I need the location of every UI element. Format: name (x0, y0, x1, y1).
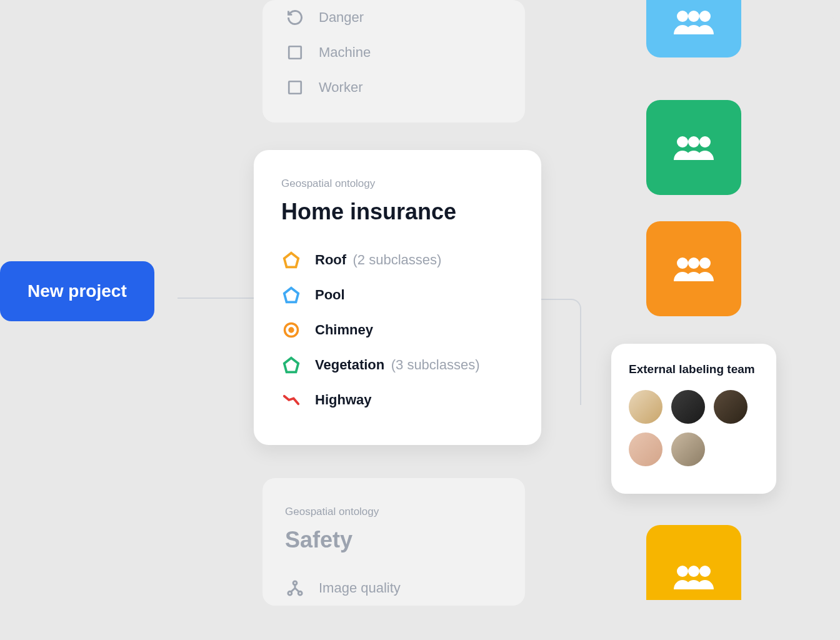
svg-point-12 (699, 11, 711, 22)
class-item[interactable]: Roof (2 subclasses) (281, 242, 514, 278)
svg-point-17 (688, 258, 699, 269)
avatar[interactable] (714, 390, 748, 424)
pentagon-icon (281, 250, 301, 270)
people-icon (669, 561, 719, 592)
new-project-label: New project (28, 281, 127, 301)
connector-line (178, 298, 254, 299)
avatar[interactable] (671, 390, 705, 424)
class-item[interactable]: Danger (285, 0, 502, 35)
svg-marker-2 (284, 253, 299, 268)
class-item[interactable]: Image quality (285, 571, 502, 606)
checkbox-icon (285, 42, 305, 62)
svg-point-7 (293, 581, 297, 585)
circle-dot-icon (281, 320, 301, 340)
class-label: Worker (319, 79, 363, 96)
cycle-icon (285, 8, 305, 28)
class-label: Pool (315, 287, 345, 303)
ontology-card-top: Danger Machine Worker (262, 0, 525, 122)
svg-marker-3 (284, 288, 299, 302)
class-label: Chimney (315, 322, 373, 338)
people-icon (669, 132, 719, 163)
svg-point-11 (688, 11, 699, 22)
card-category: Geospatial ontology (285, 506, 502, 518)
card-title: Home insurance (281, 199, 514, 225)
svg-point-10 (677, 11, 688, 22)
class-item[interactable]: Vegetation (3 subclasses) (281, 348, 514, 382)
svg-point-13 (677, 136, 688, 148)
svg-rect-0 (289, 46, 301, 59)
external-team-card[interactable]: External labeling team (611, 344, 776, 494)
svg-point-19 (677, 566, 688, 577)
pentagon-icon (281, 285, 301, 305)
team-tile[interactable] (646, 221, 741, 316)
class-item[interactable]: Chimney (281, 312, 514, 348)
svg-rect-1 (289, 81, 301, 94)
svg-point-14 (688, 136, 699, 148)
checkbox-icon (285, 78, 305, 98)
avatar-row (629, 432, 759, 466)
connector-line (541, 299, 581, 405)
avatar[interactable] (629, 390, 662, 424)
team-tile[interactable] (646, 100, 741, 195)
svg-point-20 (688, 566, 699, 577)
hierarchy-icon (285, 578, 305, 598)
people-icon (669, 253, 719, 284)
avatar[interactable] (629, 432, 662, 466)
svg-point-15 (699, 136, 711, 148)
svg-point-21 (699, 566, 711, 577)
class-label: Machine (319, 44, 371, 61)
class-label: Vegetation (315, 357, 384, 372)
class-label: Roof (315, 252, 346, 268)
class-label: Highway (315, 392, 371, 408)
team-tile[interactable] (646, 0, 741, 58)
class-item[interactable]: Worker (285, 70, 502, 105)
class-label: Danger (319, 9, 364, 26)
avatar-row (629, 390, 759, 424)
class-item[interactable]: Pool (281, 278, 514, 312)
class-subcount: (3 subclasses) (391, 357, 480, 372)
polyline-icon (281, 390, 301, 410)
card-title: Safety (285, 527, 502, 553)
card-category: Geospatial ontology (281, 178, 514, 190)
people-icon (669, 6, 719, 38)
avatar[interactable] (671, 432, 705, 466)
svg-point-16 (677, 258, 688, 269)
new-project-button[interactable]: New project (0, 261, 154, 321)
team-tile[interactable] (646, 525, 741, 600)
external-team-title: External labeling team (629, 362, 759, 376)
class-label: Image quality (319, 580, 401, 596)
ontology-card-bottom: Geospatial ontology Safety Image quality (262, 478, 525, 606)
svg-point-18 (699, 258, 711, 269)
class-item[interactable]: Machine (285, 35, 502, 70)
svg-marker-6 (284, 358, 299, 372)
class-item[interactable]: Highway (281, 382, 514, 418)
svg-point-5 (289, 328, 293, 332)
ontology-card-main[interactable]: Geospatial ontology Home insurance Roof … (254, 150, 541, 445)
pentagon-icon (281, 355, 301, 375)
class-subcount: (2 subclasses) (353, 252, 442, 268)
